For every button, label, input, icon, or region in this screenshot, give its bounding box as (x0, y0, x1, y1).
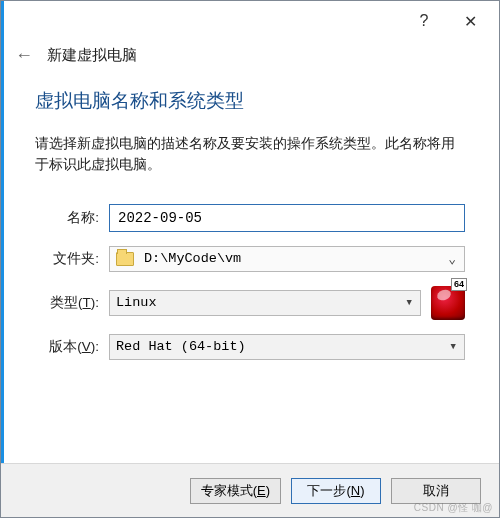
name-input[interactable] (109, 204, 465, 232)
type-value: Linux (116, 295, 157, 310)
cancel-button[interactable]: 取消 (391, 478, 481, 504)
titlebar: ? ✕ (1, 1, 499, 41)
back-icon[interactable]: ← (15, 45, 33, 66)
content-area: 虚拟电脑名称和系统类型 请选择新虚拟电脑的描述名称及要安装的操作系统类型。此名称… (1, 78, 499, 360)
next-button[interactable]: 下一步(N) (291, 478, 381, 504)
type-combo[interactable]: Linux ▼ (109, 290, 421, 316)
folder-label: 文件夹: (35, 250, 109, 268)
dialog-title: 新建虚拟电脑 (47, 46, 137, 65)
expert-mode-button[interactable]: 专家模式(E) (190, 478, 281, 504)
folder-combo[interactable]: D:\MyCode\vm ⌄ (109, 246, 465, 272)
bits-badge: 64 (451, 278, 467, 291)
chevron-down-icon: ⌄ (448, 251, 456, 267)
page-heading: 虚拟电脑名称和系统类型 (35, 88, 465, 114)
row-folder: 文件夹: D:\MyCode\vm ⌄ (35, 246, 465, 272)
caret-down-icon: ▼ (407, 298, 412, 308)
help-button[interactable]: ? (401, 5, 447, 37)
row-type: 类型(T): Linux ▼ 64 (35, 286, 465, 320)
folder-icon (116, 252, 134, 266)
version-combo[interactable]: Red Hat (64-bit) ▼ (109, 334, 465, 360)
folder-value: D:\MyCode\vm (144, 251, 241, 266)
name-label: 名称: (35, 209, 109, 227)
dialog-window: ? ✕ ← 新建虚拟电脑 虚拟电脑名称和系统类型 请选择新虚拟电脑的描述名称及要… (0, 0, 500, 518)
caret-down-icon: ▼ (451, 342, 456, 352)
page-description: 请选择新虚拟电脑的描述名称及要安装的操作系统类型。此名称将用于标识此虚拟电脑。 (35, 134, 465, 176)
watermark: CSDN @怪 咖@ (414, 501, 493, 515)
close-icon: ✕ (464, 12, 477, 31)
help-icon: ? (420, 12, 429, 30)
type-label: 类型(T): (35, 294, 109, 312)
row-name: 名称: (35, 204, 465, 232)
version-label: 版本(V): (35, 338, 109, 356)
os-logo-icon: 64 (431, 286, 465, 320)
accent-bar (1, 1, 4, 517)
version-value: Red Hat (64-bit) (116, 339, 246, 354)
close-button[interactable]: ✕ (447, 5, 493, 37)
row-version: 版本(V): Red Hat (64-bit) ▼ (35, 334, 465, 360)
header-row: ← 新建虚拟电脑 (1, 41, 499, 78)
